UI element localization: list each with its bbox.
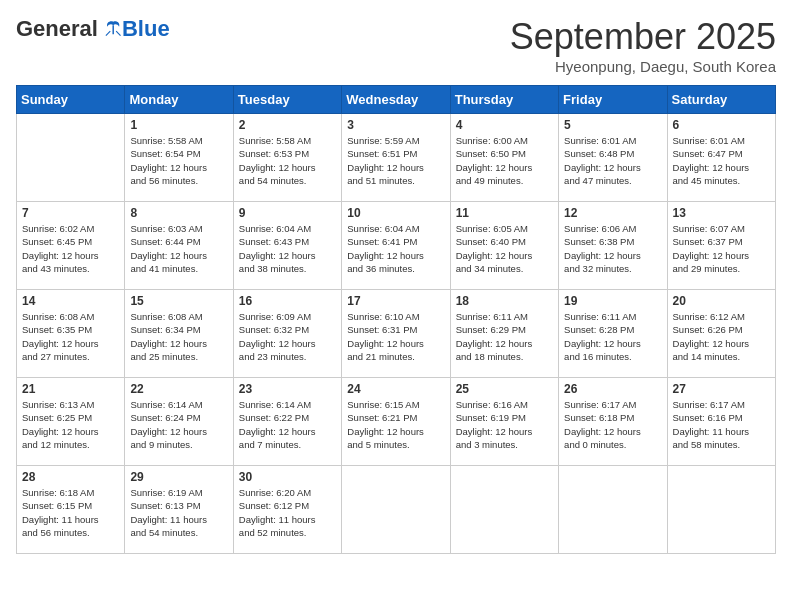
day-cell: 7Sunrise: 6:02 AM Sunset: 6:45 PM Daylig… xyxy=(17,202,125,290)
logo: General Blue xyxy=(16,16,170,42)
day-info: Sunrise: 6:19 AM Sunset: 6:13 PM Dayligh… xyxy=(130,486,227,539)
day-number: 23 xyxy=(239,382,336,396)
day-number: 28 xyxy=(22,470,119,484)
day-cell: 27Sunrise: 6:17 AM Sunset: 6:16 PM Dayli… xyxy=(667,378,775,466)
day-info: Sunrise: 6:04 AM Sunset: 6:43 PM Dayligh… xyxy=(239,222,336,275)
day-number: 19 xyxy=(564,294,661,308)
day-cell: 13Sunrise: 6:07 AM Sunset: 6:37 PM Dayli… xyxy=(667,202,775,290)
day-cell: 18Sunrise: 6:11 AM Sunset: 6:29 PM Dayli… xyxy=(450,290,558,378)
week-row: 7Sunrise: 6:02 AM Sunset: 6:45 PM Daylig… xyxy=(17,202,776,290)
day-cell: 4Sunrise: 6:00 AM Sunset: 6:50 PM Daylig… xyxy=(450,114,558,202)
week-row: 1Sunrise: 5:58 AM Sunset: 6:54 PM Daylig… xyxy=(17,114,776,202)
day-number: 26 xyxy=(564,382,661,396)
day-cell: 26Sunrise: 6:17 AM Sunset: 6:18 PM Dayli… xyxy=(559,378,667,466)
day-cell: 23Sunrise: 6:14 AM Sunset: 6:22 PM Dayli… xyxy=(233,378,341,466)
week-row: 14Sunrise: 6:08 AM Sunset: 6:35 PM Dayli… xyxy=(17,290,776,378)
day-number: 20 xyxy=(673,294,770,308)
day-cell: 30Sunrise: 6:20 AM Sunset: 6:12 PM Dayli… xyxy=(233,466,341,554)
day-number: 2 xyxy=(239,118,336,132)
weekday-header-row: SundayMondayTuesdayWednesdayThursdayFrid… xyxy=(17,86,776,114)
empty-cell xyxy=(342,466,450,554)
day-number: 27 xyxy=(673,382,770,396)
location-subtitle: Hyeonpung, Daegu, South Korea xyxy=(510,58,776,75)
day-info: Sunrise: 6:18 AM Sunset: 6:15 PM Dayligh… xyxy=(22,486,119,539)
day-number: 13 xyxy=(673,206,770,220)
day-info: Sunrise: 6:00 AM Sunset: 6:50 PM Dayligh… xyxy=(456,134,553,187)
day-number: 7 xyxy=(22,206,119,220)
day-cell: 15Sunrise: 6:08 AM Sunset: 6:34 PM Dayli… xyxy=(125,290,233,378)
day-cell: 17Sunrise: 6:10 AM Sunset: 6:31 PM Dayli… xyxy=(342,290,450,378)
day-cell: 21Sunrise: 6:13 AM Sunset: 6:25 PM Dayli… xyxy=(17,378,125,466)
weekday-header: Wednesday xyxy=(342,86,450,114)
day-cell: 2Sunrise: 5:58 AM Sunset: 6:53 PM Daylig… xyxy=(233,114,341,202)
day-number: 4 xyxy=(456,118,553,132)
day-info: Sunrise: 6:17 AM Sunset: 6:16 PM Dayligh… xyxy=(673,398,770,451)
day-info: Sunrise: 6:06 AM Sunset: 6:38 PM Dayligh… xyxy=(564,222,661,275)
day-info: Sunrise: 6:10 AM Sunset: 6:31 PM Dayligh… xyxy=(347,310,444,363)
day-info: Sunrise: 6:01 AM Sunset: 6:47 PM Dayligh… xyxy=(673,134,770,187)
day-cell: 8Sunrise: 6:03 AM Sunset: 6:44 PM Daylig… xyxy=(125,202,233,290)
day-number: 9 xyxy=(239,206,336,220)
day-info: Sunrise: 6:14 AM Sunset: 6:22 PM Dayligh… xyxy=(239,398,336,451)
bird-icon xyxy=(100,18,122,40)
day-number: 1 xyxy=(130,118,227,132)
day-info: Sunrise: 6:11 AM Sunset: 6:28 PM Dayligh… xyxy=(564,310,661,363)
page-header: General Blue September 2025 Hyeonpung, D… xyxy=(16,16,776,75)
day-number: 22 xyxy=(130,382,227,396)
day-number: 16 xyxy=(239,294,336,308)
day-number: 21 xyxy=(22,382,119,396)
day-cell: 24Sunrise: 6:15 AM Sunset: 6:21 PM Dayli… xyxy=(342,378,450,466)
week-row: 21Sunrise: 6:13 AM Sunset: 6:25 PM Dayli… xyxy=(17,378,776,466)
day-cell: 22Sunrise: 6:14 AM Sunset: 6:24 PM Dayli… xyxy=(125,378,233,466)
day-cell: 29Sunrise: 6:19 AM Sunset: 6:13 PM Dayli… xyxy=(125,466,233,554)
weekday-header: Tuesday xyxy=(233,86,341,114)
day-info: Sunrise: 6:14 AM Sunset: 6:24 PM Dayligh… xyxy=(130,398,227,451)
day-number: 25 xyxy=(456,382,553,396)
day-cell: 3Sunrise: 5:59 AM Sunset: 6:51 PM Daylig… xyxy=(342,114,450,202)
day-cell: 12Sunrise: 6:06 AM Sunset: 6:38 PM Dayli… xyxy=(559,202,667,290)
day-number: 14 xyxy=(22,294,119,308)
day-info: Sunrise: 6:05 AM Sunset: 6:40 PM Dayligh… xyxy=(456,222,553,275)
logo-blue: Blue xyxy=(122,16,170,42)
day-info: Sunrise: 6:07 AM Sunset: 6:37 PM Dayligh… xyxy=(673,222,770,275)
day-info: Sunrise: 6:08 AM Sunset: 6:35 PM Dayligh… xyxy=(22,310,119,363)
weekday-header: Friday xyxy=(559,86,667,114)
day-info: Sunrise: 6:02 AM Sunset: 6:45 PM Dayligh… xyxy=(22,222,119,275)
logo-general: General xyxy=(16,16,98,42)
day-cell: 20Sunrise: 6:12 AM Sunset: 6:26 PM Dayli… xyxy=(667,290,775,378)
day-info: Sunrise: 6:04 AM Sunset: 6:41 PM Dayligh… xyxy=(347,222,444,275)
day-number: 8 xyxy=(130,206,227,220)
day-cell: 10Sunrise: 6:04 AM Sunset: 6:41 PM Dayli… xyxy=(342,202,450,290)
day-number: 18 xyxy=(456,294,553,308)
weekday-header: Thursday xyxy=(450,86,558,114)
empty-cell xyxy=(450,466,558,554)
day-info: Sunrise: 6:13 AM Sunset: 6:25 PM Dayligh… xyxy=(22,398,119,451)
day-info: Sunrise: 5:58 AM Sunset: 6:54 PM Dayligh… xyxy=(130,134,227,187)
week-row: 28Sunrise: 6:18 AM Sunset: 6:15 PM Dayli… xyxy=(17,466,776,554)
day-info: Sunrise: 5:58 AM Sunset: 6:53 PM Dayligh… xyxy=(239,134,336,187)
day-number: 3 xyxy=(347,118,444,132)
day-cell: 14Sunrise: 6:08 AM Sunset: 6:35 PM Dayli… xyxy=(17,290,125,378)
weekday-header: Monday xyxy=(125,86,233,114)
empty-cell xyxy=(667,466,775,554)
empty-cell xyxy=(17,114,125,202)
day-number: 17 xyxy=(347,294,444,308)
day-cell: 5Sunrise: 6:01 AM Sunset: 6:48 PM Daylig… xyxy=(559,114,667,202)
day-number: 5 xyxy=(564,118,661,132)
day-number: 11 xyxy=(456,206,553,220)
month-title: September 2025 xyxy=(510,16,776,58)
day-info: Sunrise: 5:59 AM Sunset: 6:51 PM Dayligh… xyxy=(347,134,444,187)
day-info: Sunrise: 6:16 AM Sunset: 6:19 PM Dayligh… xyxy=(456,398,553,451)
day-cell: 11Sunrise: 6:05 AM Sunset: 6:40 PM Dayli… xyxy=(450,202,558,290)
day-info: Sunrise: 6:01 AM Sunset: 6:48 PM Dayligh… xyxy=(564,134,661,187)
day-info: Sunrise: 6:12 AM Sunset: 6:26 PM Dayligh… xyxy=(673,310,770,363)
weekday-header: Saturday xyxy=(667,86,775,114)
weekday-header: Sunday xyxy=(17,86,125,114)
day-number: 10 xyxy=(347,206,444,220)
day-info: Sunrise: 6:20 AM Sunset: 6:12 PM Dayligh… xyxy=(239,486,336,539)
day-number: 15 xyxy=(130,294,227,308)
day-info: Sunrise: 6:15 AM Sunset: 6:21 PM Dayligh… xyxy=(347,398,444,451)
day-info: Sunrise: 6:17 AM Sunset: 6:18 PM Dayligh… xyxy=(564,398,661,451)
day-number: 6 xyxy=(673,118,770,132)
title-block: September 2025 Hyeonpung, Daegu, South K… xyxy=(510,16,776,75)
